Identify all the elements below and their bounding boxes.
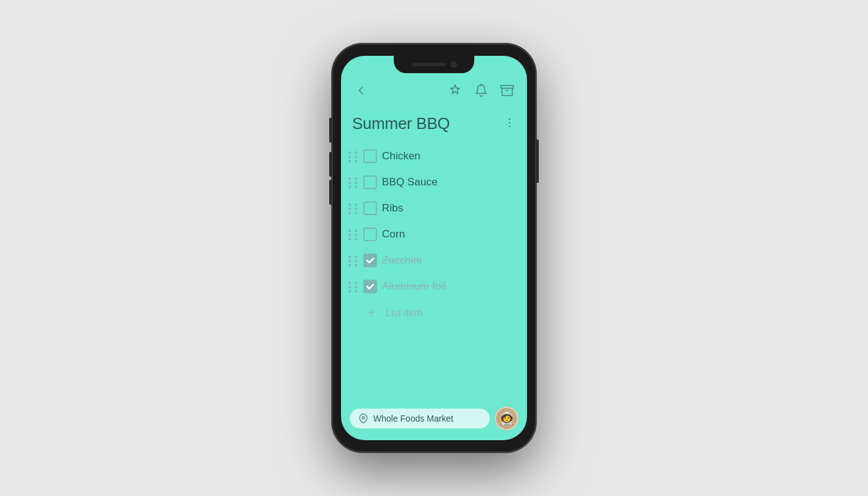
phone-screen: Summer BBQ: [341, 56, 527, 440]
checkbox-corn[interactable]: [363, 228, 377, 241]
checkbox-bbq-sauce[interactable]: [363, 175, 377, 189]
drag-handle[interactable]: [348, 151, 358, 161]
checkbox-ribs[interactable]: [363, 202, 377, 215]
item-text-bbq-sauce: BBQ Sauce: [382, 176, 438, 188]
item-text-corn: Corn: [382, 228, 405, 241]
item-text-zucchini: Zucchini: [382, 254, 422, 267]
list-item: BBQ Sauce: [341, 169, 527, 195]
item-text-aluminum-foil: Aluminum foil: [382, 280, 446, 293]
item-text-ribs: Ribs: [382, 202, 403, 215]
archive-button[interactable]: [498, 82, 516, 99]
avatar[interactable]: 🧑‍🚀: [495, 407, 518, 430]
list-item: Corn: [341, 221, 527, 247]
speaker: [412, 63, 446, 66]
list-item: Chicken: [341, 143, 527, 169]
checkbox-zucchini[interactable]: [363, 254, 377, 267]
reminder-button[interactable]: [472, 82, 490, 99]
add-item-label: List item: [386, 308, 423, 319]
bottom-bar: Whole Foods Market 🧑‍🚀: [341, 401, 527, 440]
top-bar-right: [446, 82, 516, 99]
top-bar: [341, 74, 527, 104]
location-chip[interactable]: Whole Foods Market: [350, 409, 490, 428]
drag-handle[interactable]: [348, 177, 358, 187]
drag-handle[interactable]: [348, 281, 358, 291]
phone-notch: [394, 56, 474, 73]
back-button[interactable]: [352, 82, 370, 99]
list-item: Zucchini: [341, 247, 527, 273]
front-camera: [451, 61, 457, 68]
svg-point-5: [509, 122, 511, 124]
svg-point-6: [509, 126, 511, 128]
checkbox-aluminum-foil[interactable]: [363, 280, 377, 293]
svg-point-7: [362, 417, 365, 419]
note-title[interactable]: Summer BBQ: [352, 114, 450, 133]
drag-handle[interactable]: [348, 229, 358, 239]
drag-handle[interactable]: [348, 203, 358, 213]
drag-handle[interactable]: [348, 255, 358, 265]
note-title-section: Summer BBQ: [341, 104, 527, 141]
top-bar-left: [352, 82, 370, 99]
avatar-emoji: 🧑‍🚀: [499, 411, 515, 426]
svg-rect-2: [501, 86, 513, 89]
pin-button[interactable]: [446, 82, 464, 99]
checkbox-chicken[interactable]: [363, 149, 377, 163]
phone-device: Summer BBQ: [332, 43, 536, 453]
add-plus-icon: +: [365, 306, 378, 320]
checklist: Chicken BBQ Sauce: [341, 141, 527, 401]
add-item-row[interactable]: + List item: [341, 299, 527, 326]
location-text: Whole Foods Market: [373, 414, 453, 423]
list-item: Ribs: [341, 195, 527, 221]
more-options-button[interactable]: [503, 114, 516, 129]
svg-point-4: [509, 118, 511, 120]
location-icon: [358, 414, 368, 423]
item-text-chicken: Chicken: [382, 150, 420, 162]
list-item: Aluminum foil: [341, 273, 527, 299]
app-content: Summer BBQ: [341, 56, 527, 440]
